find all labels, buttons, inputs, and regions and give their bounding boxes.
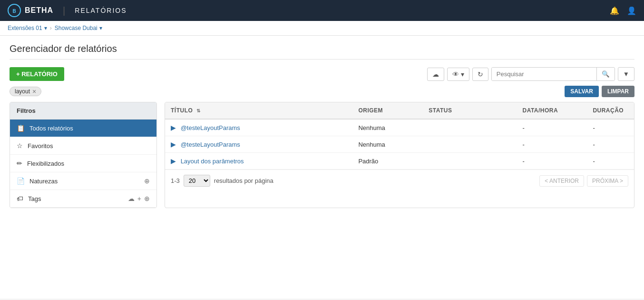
- breadcrumb-extensoes-chevron: ▾: [44, 25, 47, 31]
- add-report-button[interactable]: + RELATÓRIO: [10, 67, 64, 81]
- eye-chevron: ▾: [461, 70, 464, 78]
- reports-table-container: TÍTULO ⇅ ORIGEM STATUS DATA/HORA: [165, 102, 634, 208]
- toolbar: + RELATÓRIO ☁ 👁 ▾ ↻ 🔍 ▼: [10, 67, 634, 81]
- col-origem-label: ORIGEM: [358, 107, 383, 114]
- search-button[interactable]: 🔍: [596, 68, 615, 80]
- toolbar-right: ☁ 👁 ▾ ↻ 🔍 ▼: [427, 67, 634, 81]
- breadcrumb: Extensões 01 ▾ › Showcase Dubai ▾: [0, 21, 644, 36]
- play-button-1[interactable]: ▶: [171, 140, 176, 148]
- cell-datahora-2: -: [517, 153, 587, 170]
- prev-page-button[interactable]: < ANTERIOR: [539, 175, 584, 187]
- table-body: ▶ @testeLayoutParams Nenhuma - - ▶ @test…: [165, 119, 634, 170]
- col-titulo-sort-icon: ⇅: [196, 108, 201, 113]
- breadcrumb-showcase-label: Showcase Dubai: [55, 25, 98, 31]
- col-header-titulo[interactable]: TÍTULO ⇅: [165, 102, 352, 119]
- naturezas-icon: 📄: [17, 177, 25, 185]
- nav-right: 🔔 👤: [610, 6, 636, 15]
- breadcrumb-extensoes[interactable]: Extensões 01 ▾: [8, 25, 47, 31]
- sidebar-item-flexible[interactable]: ✏ Flexibilizados: [10, 155, 156, 172]
- betha-logo-icon: B: [8, 4, 21, 17]
- breadcrumb-separator: ›: [50, 25, 52, 31]
- logo: B BETHA: [8, 4, 53, 17]
- report-link-2[interactable]: Layout dos parâmetros: [181, 158, 244, 165]
- table-row: ▶ Layout dos parâmetros Padrão - -: [165, 153, 634, 170]
- upload-icon: ☁: [432, 70, 439, 78]
- cell-duracao-1: -: [587, 136, 634, 153]
- refresh-button[interactable]: ↻: [472, 68, 488, 81]
- cell-origem-1: Nenhuma: [352, 136, 423, 153]
- cell-datahora-0: -: [517, 119, 587, 136]
- tags-expand-icon[interactable]: ⊕: [144, 195, 150, 202]
- cell-titulo-0: ▶ @testeLayoutParams: [165, 119, 352, 136]
- per-page-select[interactable]: 20 50 100: [184, 175, 210, 187]
- sidebar-item-flexible-label: Flexibilizados: [27, 160, 64, 167]
- page-title: Gerenciador de relatórios: [10, 43, 634, 60]
- tags-plus-icon[interactable]: +: [137, 195, 141, 202]
- save-filter-button[interactable]: SALVAR: [565, 86, 599, 97]
- sidebar-item-tags-label: Tags: [28, 195, 41, 202]
- sidebar-header: Filtros: [10, 102, 156, 120]
- tags-icon: 🏷: [17, 195, 23, 202]
- sidebar-item-all-reports-label: Todos relatórios: [29, 125, 73, 132]
- active-tags: layout ×: [10, 87, 41, 96]
- reports-table: TÍTULO ⇅ ORIGEM STATUS DATA/HORA: [165, 102, 634, 170]
- naturezas-actions: ⊕: [144, 177, 150, 185]
- eye-button[interactable]: 👁 ▾: [447, 68, 469, 81]
- sidebar-item-tags[interactable]: 🏷 Tags ☁ + ⊕: [10, 190, 156, 208]
- col-header-duracao: DURAÇÃO: [587, 102, 634, 119]
- filter-actions: SALVAR LIMPAR: [565, 86, 634, 97]
- results-label: resultados por página: [214, 177, 273, 184]
- sidebar-item-favorites[interactable]: ☆ Favoritos: [10, 137, 156, 155]
- sidebar-item-all-reports[interactable]: 📋 Todos relatórios: [10, 120, 156, 137]
- svg-text:B: B: [12, 9, 16, 14]
- clear-filter-button[interactable]: LIMPAR: [602, 86, 634, 97]
- module-title: RELATÓRIOS: [75, 7, 127, 14]
- report-link-0[interactable]: @testeLayoutParams: [181, 124, 240, 131]
- report-link-1[interactable]: @testeLayoutParams: [181, 141, 240, 148]
- cell-status-2: [423, 153, 517, 170]
- table-row: ▶ @testeLayoutParams Nenhuma - -: [165, 136, 634, 153]
- notification-icon[interactable]: 🔔: [610, 6, 619, 15]
- cell-titulo-1: ▶ @testeLayoutParams: [165, 136, 352, 153]
- refresh-icon: ↻: [478, 70, 483, 78]
- eye-icon: 👁: [452, 70, 459, 78]
- cell-origem-0: Nenhuma: [352, 119, 423, 136]
- toolbar-left: + RELATÓRIO: [10, 67, 64, 81]
- next-page-button[interactable]: PRÓXIMA >: [587, 175, 628, 187]
- pagination-range: 1-3: [171, 177, 180, 184]
- tag-chip-layout: layout ×: [10, 87, 41, 96]
- page-content: Gerenciador de relatórios + RELATÓRIO ☁ …: [0, 36, 644, 299]
- all-reports-icon: 📋: [17, 124, 25, 132]
- col-header-status: STATUS: [423, 102, 517, 119]
- tag-chip-close[interactable]: ×: [32, 88, 36, 95]
- col-header-datahora: DATA/HORA: [517, 102, 587, 119]
- cell-origem-2: Padrão: [352, 153, 423, 170]
- col-header-origem: ORIGEM: [352, 102, 423, 119]
- col-status-label: STATUS: [429, 107, 452, 114]
- upload-button[interactable]: ☁: [427, 68, 444, 81]
- naturezas-add-icon[interactable]: ⊕: [144, 177, 150, 185]
- play-button-2[interactable]: ▶: [171, 157, 176, 165]
- cell-datahora-1: -: [517, 136, 587, 153]
- cell-status-1: [423, 136, 517, 153]
- filter-button[interactable]: ▼: [618, 67, 634, 81]
- col-datahora-label: DATA/HORA: [522, 107, 558, 114]
- logo-text: BETHA: [25, 6, 53, 15]
- tags-cloud-icon[interactable]: ☁: [128, 195, 135, 202]
- sidebar-item-favorites-label: Favoritos: [28, 142, 53, 150]
- sidebar-item-naturezas[interactable]: 📄 Naturezas ⊕: [10, 172, 156, 190]
- search-icon: 🔍: [602, 70, 610, 78]
- col-titulo-label: TÍTULO: [171, 107, 193, 114]
- breadcrumb-showcase[interactable]: Showcase Dubai ▾: [55, 25, 102, 31]
- play-button-0[interactable]: ▶: [171, 124, 176, 131]
- favorites-icon: ☆: [17, 142, 23, 150]
- user-icon[interactable]: 👤: [627, 6, 636, 15]
- top-navigation: B BETHA | RELATÓRIOS 🔔 👤: [0, 0, 644, 21]
- pagination: 1-3 20 50 100 resultados por página < AN…: [165, 170, 634, 191]
- cell-duracao-0: -: [587, 119, 634, 136]
- col-duracao-label: DURAÇÃO: [593, 107, 624, 114]
- filter-tags-bar: layout × SALVAR LIMPAR: [10, 86, 634, 97]
- pagination-left: 1-3 20 50 100 resultados por página: [171, 175, 273, 187]
- search-input[interactable]: [492, 68, 596, 80]
- main-content: Filtros 📋 Todos relatórios ☆ Favoritos ✏…: [10, 102, 634, 208]
